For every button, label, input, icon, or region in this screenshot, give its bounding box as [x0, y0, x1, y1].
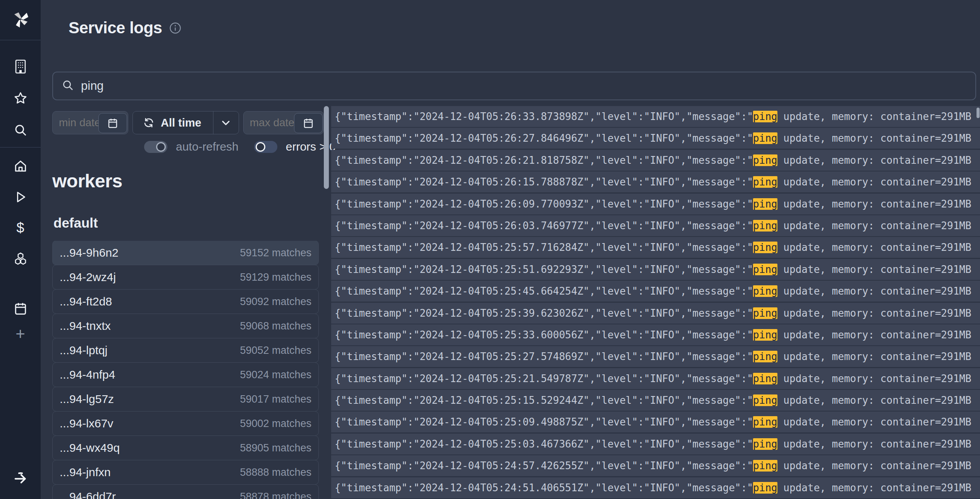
- log-text: update, memory: container=291MB: [777, 264, 971, 275]
- worker-row[interactable]: ...94-tnxtx59068 matches: [52, 314, 319, 338]
- page-title: Service logs: [69, 19, 162, 37]
- search-icon: [62, 79, 74, 93]
- log-line[interactable]: {"timestamp":"2024-12-04T05:25:21.549787…: [331, 368, 980, 389]
- cubes-icon: [13, 251, 28, 267]
- search-match-highlight: ping: [753, 220, 777, 231]
- errors-toggle[interactable]: [254, 141, 277, 153]
- worker-row[interactable]: ...94-lx67v59002 matches: [52, 411, 319, 436]
- worker-match-count: 58878 matches: [240, 491, 311, 499]
- sidebar-item-variables[interactable]: $: [0, 216, 41, 240]
- log-text: {"timestamp":"2024-12-04T05:24:51.406551…: [335, 482, 753, 494]
- log-text: {"timestamp":"2024-12-04T05:25:27.574869…: [335, 351, 753, 362]
- log-line[interactable]: {"timestamp":"2024-12-04T05:25:33.600056…: [331, 324, 980, 345]
- worker-name: ...94-2wz4j: [60, 271, 116, 284]
- worker-row[interactable]: ...94-jnfxn58888 matches: [52, 460, 319, 485]
- plus-icon: +: [15, 326, 25, 342]
- workers-heading: workers: [52, 170, 122, 192]
- log-line[interactable]: {"timestamp":"2024-12-04T05:25:15.529244…: [331, 390, 980, 411]
- log-text: {"timestamp":"2024-12-04T05:25:15.529244…: [335, 394, 753, 406]
- windmill-logo[interactable]: [0, 0, 41, 40]
- log-scrollbar[interactable]: [324, 106, 329, 499]
- worker-name: ...94-jnfxn: [60, 466, 111, 479]
- log-line[interactable]: {"timestamp":"2024-12-04T05:25:03.467366…: [331, 434, 980, 454]
- time-range-button[interactable]: All time: [133, 111, 213, 134]
- log-text: update, memory: container=291MB: [777, 132, 971, 144]
- sidebar-item-resources[interactable]: [0, 247, 41, 271]
- log-line[interactable]: {"timestamp":"2024-12-04T05:25:27.574869…: [331, 346, 980, 367]
- log-line[interactable]: {"timestamp":"2024-12-04T05:26:09.770093…: [331, 194, 980, 214]
- worker-name: ...94-lg57z: [60, 393, 114, 406]
- star-icon: [13, 91, 28, 106]
- sidebar-item-home[interactable]: [0, 154, 41, 178]
- time-range-label: All time: [161, 117, 201, 129]
- log-text: {"timestamp":"2024-12-04T05:26:09.770093…: [335, 198, 753, 210]
- worker-name: ...94-lptqj: [60, 344, 107, 357]
- window-scrollbar-thumb[interactable]: [977, 108, 980, 118]
- chevron-down-icon: [220, 117, 232, 129]
- worker-row[interactable]: ...94-lg57z59017 matches: [52, 387, 319, 412]
- log-line[interactable]: {"timestamp":"2024-12-04T05:24:51.406551…: [331, 477, 980, 498]
- toggle-row: auto-refresh errors > 0: [144, 140, 336, 153]
- log-text: {"timestamp":"2024-12-04T05:25:03.467366…: [335, 438, 753, 450]
- log-line[interactable]: {"timestamp":"2024-12-04T05:26:33.873898…: [331, 106, 980, 127]
- min-date-field: [52, 111, 128, 134]
- log-line[interactable]: {"timestamp":"2024-12-04T05:25:45.664254…: [331, 281, 980, 302]
- worker-match-count: 58888 matches: [240, 466, 311, 478]
- worker-name: ...94-lx67v: [60, 417, 113, 430]
- log-line[interactable]: {"timestamp":"2024-12-04T05:25:57.716284…: [331, 237, 980, 258]
- sidebar: $ +: [0, 0, 41, 499]
- search-match-highlight: ping: [753, 438, 777, 450]
- log-line[interactable]: {"timestamp":"2024-12-04T05:26:21.818758…: [331, 150, 980, 171]
- min-date-calendar-button[interactable]: [98, 113, 127, 133]
- log-text: update, memory: container=291MB: [777, 242, 971, 253]
- sidebar-item-schedules[interactable]: [0, 297, 41, 320]
- log-text: update, memory: container=291MB: [777, 460, 971, 472]
- search-input[interactable]: [81, 79, 967, 93]
- sidebar-item-add[interactable]: +: [0, 322, 41, 346]
- search-match-highlight: ping: [753, 198, 777, 210]
- log-line[interactable]: {"timestamp":"2024-12-04T05:24:57.426255…: [331, 455, 980, 476]
- worker-match-count: 59052 matches: [240, 345, 311, 357]
- log-text: {"timestamp":"2024-12-04T05:26:21.818758…: [335, 154, 753, 166]
- search-match-highlight: ping: [753, 111, 777, 122]
- info-icon[interactable]: [169, 22, 182, 36]
- worker-match-count: 59152 matches: [240, 247, 311, 259]
- search-match-highlight: ping: [753, 373, 777, 384]
- worker-row[interactable]: ...94-wx49q58905 matches: [52, 436, 319, 460]
- arrow-right-icon: [13, 470, 28, 486]
- log-line[interactable]: {"timestamp":"2024-12-04T05:26:15.788878…: [331, 171, 980, 192]
- worker-match-count: 59068 matches: [240, 320, 311, 332]
- log-line[interactable]: {"timestamp":"2024-12-04T05:25:51.692293…: [331, 259, 980, 280]
- log-line[interactable]: {"timestamp":"2024-12-04T05:25:39.623026…: [331, 303, 980, 324]
- log-line[interactable]: {"timestamp":"2024-12-04T05:26:03.746977…: [331, 215, 980, 236]
- log-text: update, memory: container=291MB: [777, 111, 971, 122]
- worker-name: ...94-wx49q: [60, 441, 120, 454]
- log-text: update, memory: container=291MB: [777, 394, 971, 406]
- log-scrollbar-thumb[interactable]: [324, 106, 329, 189]
- auto-refresh-toggle[interactable]: [144, 141, 167, 153]
- search-match-highlight: ping: [753, 285, 777, 297]
- worker-row[interactable]: ...94-2wz4j59129 matches: [52, 265, 319, 290]
- worker-row[interactable]: ...94-lptqj59052 matches: [52, 338, 319, 363]
- refresh-icon: [143, 117, 155, 129]
- sidebar-expand-button[interactable]: [0, 466, 41, 490]
- sidebar-item-workspace[interactable]: [0, 55, 41, 78]
- search-match-highlight: ping: [753, 394, 777, 406]
- worker-row[interactable]: ...94-4nfp459024 matches: [52, 362, 319, 387]
- max-date-calendar-button[interactable]: [294, 113, 323, 133]
- sidebar-item-runs[interactable]: [0, 185, 41, 209]
- sidebar-item-favorites[interactable]: [0, 87, 41, 110]
- max-date-input[interactable]: [250, 117, 296, 129]
- worker-row[interactable]: ...94-9h6n259152 matches: [52, 241, 319, 265]
- log-line[interactable]: {"timestamp":"2024-12-04T05:26:27.846496…: [331, 128, 980, 149]
- search-match-highlight: ping: [753, 416, 777, 428]
- log-text: update, memory: container=291MB: [777, 351, 971, 362]
- log-line[interactable]: {"timestamp":"2024-12-04T05:25:09.498875…: [331, 412, 980, 432]
- log-text: update, memory: container=291MB: [777, 329, 971, 341]
- log-text: {"timestamp":"2024-12-04T05:25:51.692293…: [335, 264, 753, 275]
- sidebar-item-search[interactable]: [0, 118, 41, 142]
- worker-row[interactable]: ...94-ft2d859092 matches: [52, 289, 319, 314]
- time-range-dropdown-button[interactable]: [213, 111, 239, 134]
- log-text: update, memory: container=291MB: [777, 198, 971, 210]
- worker-row[interactable]: ...94-6dd7r58878 matches: [52, 484, 319, 499]
